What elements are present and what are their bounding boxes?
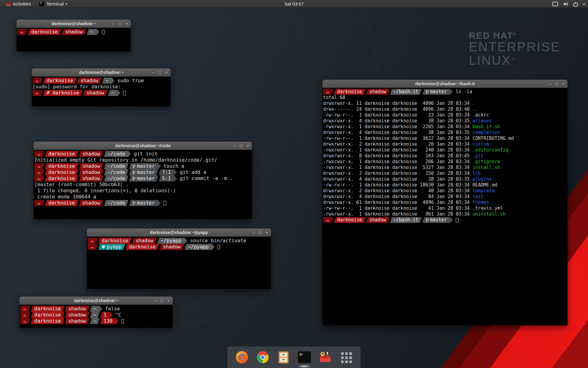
terminal-cursor bbox=[123, 91, 126, 95]
prompt-segment-host: shadow bbox=[79, 175, 104, 182]
prompt-segment-path: ~/code bbox=[104, 175, 129, 182]
prompt-segment-virtualenv: pyapp bbox=[98, 244, 125, 250]
maximize-button[interactable]: □ bbox=[259, 231, 262, 235]
dock-item-firefox[interactable] bbox=[234, 350, 250, 365]
prompt-segment-host: shadow bbox=[83, 90, 107, 96]
toolbox-icon bbox=[318, 350, 332, 364]
prompt-segment-user: darknoise bbox=[31, 306, 64, 312]
window-titlebar[interactable]: darknoise@shadow:~/bash-it–□× bbox=[322, 80, 567, 88]
prompt-segment-redhat-icon bbox=[34, 175, 44, 182]
terminal-content[interactable]: darknoiseshadow~/bash-itmasterls -latota… bbox=[322, 88, 567, 325]
prompt-segment-path: ~/pyapp bbox=[185, 244, 212, 250]
window-title: darknoise@shadow:~ bbox=[20, 298, 173, 303]
window-controls: –□× bbox=[233, 144, 249, 148]
dock-item-terminal[interactable]: $> bbox=[297, 350, 312, 365]
close-button[interactable]: × bbox=[167, 299, 170, 303]
terminal-window-home-2: darknoise@shadow:~–□×darknoiseshadow~sud… bbox=[32, 68, 171, 106]
terminal-line: drwx------. 24 darknoise darknoise 4096 … bbox=[323, 106, 567, 112]
prompt-segment-host: shadow bbox=[79, 151, 104, 157]
terminal-line: drwxrwxr-x. 2 darknoise darknoise 40 Jan… bbox=[323, 188, 567, 194]
terminal-line: drwxrwxr-x. 4 darknoise darknoise 84 Jan… bbox=[323, 194, 567, 200]
prompt-arrow-icon bbox=[100, 306, 102, 312]
prompt-segment-user: darknoise bbox=[45, 200, 78, 206]
dock-item-chrome[interactable] bbox=[255, 350, 270, 365]
maximize-button[interactable]: □ bbox=[240, 144, 243, 148]
maximize-button[interactable]: □ bbox=[556, 82, 558, 86]
prompt-segment-host: shadow bbox=[366, 89, 389, 95]
dock-item-toolbox[interactable] bbox=[318, 350, 333, 365]
prompt-arrow-icon bbox=[112, 78, 115, 84]
terminal-window-home-3: darknoise@shadow:~–□×darknoiseshadow~fal… bbox=[20, 297, 173, 328]
terminal-line: darknoiseshadow~1^C bbox=[20, 312, 173, 318]
prompt-segment-host: shadow bbox=[366, 217, 389, 223]
terminal-line: -rw-rw-r--. 1 darknoise darknoise 18630 … bbox=[323, 182, 567, 188]
close-button[interactable]: × bbox=[266, 231, 268, 235]
window-titlebar[interactable]: darknoise@shadow:~/pyapp–□× bbox=[87, 228, 271, 237]
chevron-down-icon bbox=[582, 3, 586, 5]
terminal-line: drwxrwxr-x. 4 darknoise darknoise 38 Jan… bbox=[323, 118, 567, 124]
redhat-prompt-icon bbox=[35, 79, 39, 82]
prompt-segment-user: darknoise bbox=[45, 163, 78, 169]
terminal-content[interactable]: darknoiseshadow~/pyappsource bin/activat… bbox=[87, 237, 271, 289]
maximize-button[interactable]: □ bbox=[161, 299, 163, 303]
window-titlebar[interactable]: darknoise@shadow:~–□× bbox=[32, 68, 171, 77]
prompt-segment-path: ~ bbox=[90, 312, 100, 318]
prompt-segment-path: ~ bbox=[102, 78, 112, 84]
dock-item-files[interactable] bbox=[276, 350, 291, 365]
terminal-line: [sudo] password for darknoise: bbox=[32, 84, 171, 90]
window-title: darknoise@shadow:~/pyapp bbox=[87, 230, 271, 235]
dock-item-app-grid[interactable] bbox=[338, 350, 354, 365]
minimize-button[interactable]: – bbox=[152, 71, 154, 75]
close-button[interactable]: × bbox=[165, 71, 168, 75]
minimize-button[interactable]: – bbox=[549, 82, 551, 86]
file-name: test bbox=[473, 194, 484, 199]
window-titlebar[interactable]: darknoise@shadow:~–□× bbox=[20, 297, 173, 305]
terminal-line: drwxrwxr-x. 11 darknoise darknoise 4096 … bbox=[323, 101, 567, 106]
redhat-prompt-icon bbox=[20, 30, 24, 34]
prompt-segment-redhat-icon bbox=[32, 78, 43, 84]
command-text: sudo true bbox=[117, 78, 144, 84]
file-name: .gitignore bbox=[473, 159, 500, 164]
file-name: bash_it.sh bbox=[473, 124, 500, 129]
minimize-button[interactable]: – bbox=[154, 299, 156, 303]
prompt-segment-path: ~/code bbox=[104, 163, 129, 169]
terminal-content[interactable]: darknoiseshadow~/codegit initInitialized… bbox=[34, 150, 252, 219]
close-button[interactable]: × bbox=[125, 22, 128, 26]
prompt-segment-user: darknoise bbox=[43, 78, 77, 84]
minimize-button[interactable]: – bbox=[252, 231, 254, 235]
terminal-content[interactable]: darknoiseshadow~ bbox=[17, 28, 131, 52]
terminal-line: create mode 100644 a bbox=[34, 194, 252, 200]
terminal-line: # darknoiseshadow~ bbox=[32, 90, 171, 96]
prompt-segment-user: darknoise bbox=[45, 169, 78, 175]
window-titlebar[interactable]: darknoise@shadow:~–□× bbox=[17, 20, 131, 28]
maximize-button[interactable]: □ bbox=[119, 22, 121, 26]
file-name: aliases bbox=[473, 118, 492, 124]
minimize-button[interactable]: – bbox=[112, 22, 114, 26]
command-text: false bbox=[105, 306, 120, 312]
prompt-segment-user: darknoise bbox=[334, 217, 365, 223]
minimize-button[interactable]: – bbox=[233, 144, 236, 148]
command-text: ^C bbox=[115, 312, 121, 318]
terminal-content[interactable]: darknoiseshadow~sudo true[sudo] password… bbox=[32, 77, 171, 106]
clock[interactable]: Sat 03:57 bbox=[0, 1, 588, 6]
terminal-window-bash-it: darknoise@shadow:~/bash-it–□×darknoisesh… bbox=[322, 80, 567, 325]
terminal-line: 1 file changed, 0 insertions(+), 0 delet… bbox=[34, 188, 252, 194]
prompt-segment-path: ~/bash-it bbox=[390, 89, 421, 95]
maximize-button[interactable]: □ bbox=[159, 71, 161, 75]
redhat-prompt-icon bbox=[23, 320, 27, 323]
system-status-area[interactable] bbox=[552, 0, 586, 8]
prompt-segment-user: darknoise bbox=[126, 244, 159, 250]
terminal-content[interactable]: darknoiseshadow~falsedarknoiseshadow~1^C… bbox=[20, 305, 173, 328]
app-grid-icon bbox=[339, 350, 353, 364]
close-button[interactable]: × bbox=[247, 144, 249, 148]
prompt-segment-host: shadow bbox=[65, 312, 89, 318]
prompt-arrow-icon bbox=[110, 312, 113, 318]
prompt-segment-git-branch: master bbox=[129, 169, 158, 175]
prompt-segment-host: shadow bbox=[62, 29, 86, 35]
file-name: template bbox=[473, 188, 495, 194]
terminal-cursor bbox=[102, 30, 105, 34]
window-titlebar[interactable]: darknoise@shadow:~/code–□× bbox=[34, 142, 252, 150]
close-button[interactable]: × bbox=[562, 82, 564, 86]
file-name: .. bbox=[473, 106, 478, 112]
redhat-prompt-icon bbox=[37, 152, 41, 156]
